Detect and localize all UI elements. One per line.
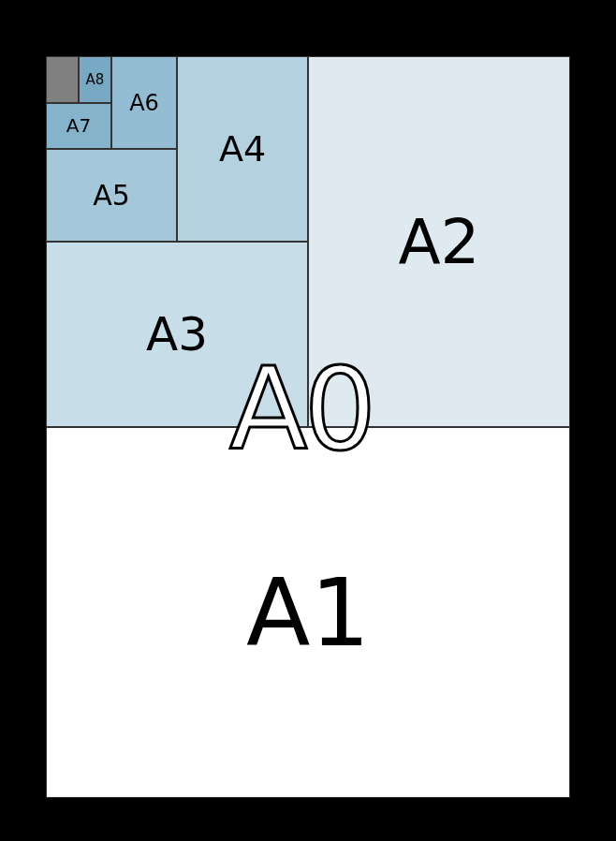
a7-region: A7 [46, 103, 111, 150]
a0-label: A0 [229, 352, 373, 466]
a5-region: A5 [46, 149, 177, 242]
a8-label: A8 [86, 71, 105, 88]
a3-label: A3 [146, 307, 208, 361]
a5-label: A5 [93, 179, 130, 212]
a6-label: A6 [129, 90, 159, 116]
a6-region: A6 [111, 56, 177, 149]
a8-region: A8 [79, 56, 111, 103]
a9-region [46, 56, 79, 103]
a4-region: A4 [177, 56, 308, 242]
a1-region: A1 [46, 427, 570, 798]
a1-label: A1 [246, 558, 370, 668]
a7-label: A7 [66, 114, 91, 137]
paper-size-diagram: A1 A2 A3 A4 A5 A6 A7 A8 A0 [46, 56, 570, 798]
a4-label: A4 [219, 128, 266, 170]
a2-label: A2 [398, 206, 479, 278]
